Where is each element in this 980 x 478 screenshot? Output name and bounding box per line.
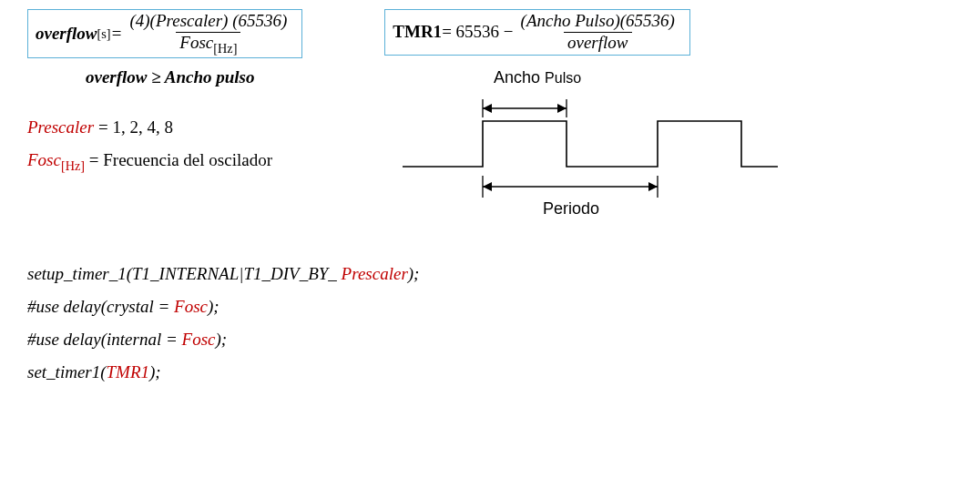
code3-var: Fosc: [182, 330, 216, 349]
pulse-diagram: Ancho Pulso Periodo: [384, 66, 785, 230]
code4-var: TMR1: [107, 362, 150, 381]
code4-pre: set_timer1(: [27, 362, 107, 381]
overflow-constraint: overflow ≥ Ancho pulso: [86, 67, 302, 87]
code-block: setup_timer_1(T1_INTERNAL|T1_DIV_BY_ Pre…: [27, 258, 953, 389]
tmr1-formula: TMR1 = 65536 − (Ancho Pulso)(65536) over…: [393, 12, 682, 53]
tmr1-equals: = 65536 −: [442, 22, 513, 42]
overflow-equals: =: [111, 24, 123, 44]
tmr1-formula-box: TMR1 = 65536 − (Ancho Pulso)(65536) over…: [384, 9, 690, 56]
prescaler-values: = 1, 2, 4, 8: [94, 117, 173, 137]
fosc-sub: [Hz]: [61, 158, 85, 173]
tmr1-lhs: TMR1: [393, 22, 442, 42]
code-line-setup-timer: setup_timer_1(T1_INTERNAL|T1_DIV_BY_ Pre…: [27, 258, 953, 290]
tmr1-fraction: (Ancho Pulso)(65536) overflow: [517, 12, 679, 53]
code-line-delay-crystal: #use delay(crystal = Fosc);: [27, 290, 953, 323]
code1-post: );: [408, 264, 420, 283]
fosc-description: = Frecuencia del oscilador: [85, 150, 272, 169]
waveform-path: [403, 121, 778, 167]
tmr1-denominator: overflow: [564, 32, 632, 53]
definitions: Prescaler = 1, 2, 4, 8 Fosc[Hz] = Frecue…: [27, 111, 302, 178]
overflow-formula-box: overflow [s] = (4)(Prescaler) (65536) Fo…: [27, 9, 302, 58]
fosc-name-text: Fosc: [27, 150, 61, 169]
ancho-label: Ancho Pulso: [494, 68, 581, 86]
code2-post: );: [208, 297, 219, 316]
overflow-denom-sub: [Hz]: [213, 41, 237, 56]
right-column: TMR1 = 65536 − (Ancho Pulso)(65536) over…: [384, 9, 785, 230]
overflow-numerator: (4)(Prescaler) (65536): [126, 12, 291, 32]
overflow-fraction: (4)(Prescaler) (65536) Fosc[Hz]: [126, 12, 291, 56]
code2-pre: #use delay(crystal =: [27, 297, 174, 316]
fosc-name: Fosc[Hz]: [27, 150, 85, 169]
svg-marker-9: [648, 182, 658, 191]
overflow-lhs-sub: [s]: [97, 26, 111, 42]
pulse-waveform-svg: Ancho Pulso Periodo: [384, 66, 785, 230]
code3-post: );: [215, 330, 227, 349]
prescaler-name: Prescaler: [27, 117, 94, 137]
tmr1-numerator: (Ancho Pulso)(65536): [517, 12, 679, 32]
left-column: overflow [s] = (4)(Prescaler) (65536) Fo…: [27, 9, 302, 178]
periodo-label: Periodo: [543, 199, 599, 218]
code1-var: Prescaler: [337, 264, 408, 283]
code-line-set-timer1: set_timer1(TMR1);: [27, 356, 953, 389]
svg-marker-8: [483, 182, 492, 191]
code3-pre: #use delay(internal =: [27, 330, 182, 349]
overflow-denominator: Fosc[Hz]: [176, 32, 240, 56]
code4-post: );: [149, 362, 161, 381]
overflow-formula: overflow [s] = (4)(Prescaler) (65536) Fo…: [36, 12, 294, 56]
code2-var: Fosc: [174, 297, 208, 316]
code-line-delay-internal: #use delay(internal = Fosc);: [27, 323, 953, 356]
fosc-definition: Fosc[Hz] = Frecuencia del oscilador: [27, 144, 302, 178]
code1-pre: setup_timer_1(T1_INTERNAL|T1_DIV_BY_: [27, 264, 337, 283]
overflow-denom-name: Fosc: [179, 33, 213, 52]
svg-marker-4: [557, 104, 567, 113]
svg-marker-3: [483, 104, 492, 113]
overflow-lhs: overflow: [36, 24, 97, 44]
prescaler-definition: Prescaler = 1, 2, 4, 8: [27, 111, 302, 144]
